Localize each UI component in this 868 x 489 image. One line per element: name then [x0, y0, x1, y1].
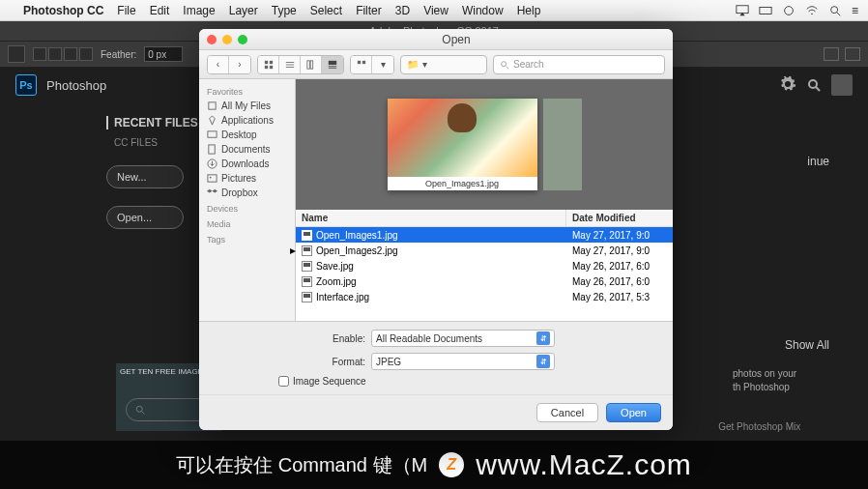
- menu-select[interactable]: Select: [310, 4, 342, 17]
- column-view-icon[interactable]: [301, 56, 322, 73]
- file-row[interactable]: Save.jpgMay 26, 2017, 6:0: [296, 258, 673, 273]
- airplay-icon[interactable]: [736, 4, 749, 17]
- search-placeholder: Search: [513, 59, 544, 70]
- tab-cc-files[interactable]: CC FILES: [106, 137, 198, 148]
- svg-line-6: [816, 87, 820, 91]
- preview-filename: Open_Images1.jpg: [423, 177, 501, 190]
- format-select[interactable]: JPEG ⇵: [371, 353, 555, 370]
- chevron-down-icon[interactable]: ▾: [372, 56, 393, 73]
- continue-label: inue: [807, 155, 829, 168]
- sidebar-header-devices: Devices: [199, 200, 295, 216]
- show-all-link[interactable]: Show All: [785, 338, 829, 352]
- sidebar-desktop[interactable]: Desktop: [199, 128, 295, 142]
- cancel-button[interactable]: Cancel: [536, 403, 598, 422]
- sidebar-downloads[interactable]: Downloads: [199, 157, 295, 171]
- svg-rect-22: [362, 60, 364, 63]
- image-sequence-label: Image Sequence: [293, 376, 366, 387]
- file-row[interactable]: Open_Images2.jpgMay 27, 2017, 9:0: [296, 243, 673, 258]
- search-icon[interactable]: [828, 4, 842, 17]
- file-date: May 27, 2017, 9:0: [566, 230, 673, 241]
- file-name: Open_Images1.jpg: [316, 230, 398, 241]
- chevron-updown-icon: ⇵: [536, 331, 550, 345]
- app-menu[interactable]: Photoshop CC: [23, 4, 103, 17]
- welcome-tabs: RECENT FILES CC FILES New... Open...: [106, 116, 198, 229]
- enable-select[interactable]: All Readable Documents ⇵: [371, 330, 555, 347]
- list-view-icon[interactable]: [279, 56, 301, 73]
- menu-icon[interactable]: ≡: [852, 4, 858, 17]
- sidebar-header-favorites: Favorites: [199, 83, 295, 99]
- z-badge-icon: Z: [439, 452, 464, 477]
- file-row[interactable]: Zoom.jpgMay 26, 2017, 6:0: [296, 273, 673, 289]
- icon-view-icon[interactable]: [258, 56, 279, 73]
- svg-line-24: [506, 66, 509, 69]
- sidebar-documents[interactable]: Documents: [199, 142, 295, 157]
- search-icon: [500, 60, 509, 70]
- svg-rect-26: [208, 131, 217, 137]
- path-dropdown[interactable]: 📁 ▾: [400, 55, 487, 74]
- svg-point-30: [210, 177, 212, 179]
- open-button[interactable]: Open...: [106, 206, 184, 229]
- marquee-tool-icon[interactable]: [8, 45, 25, 63]
- gear-icon[interactable]: [779, 75, 796, 96]
- svg-rect-0: [737, 5, 748, 13]
- tab-recent-files[interactable]: RECENT FILES: [106, 116, 198, 129]
- arrange-segment[interactable]: ▾: [350, 55, 394, 74]
- sync-icon[interactable]: [782, 4, 796, 17]
- menu-type[interactable]: Type: [272, 4, 297, 17]
- format-label: Format:: [317, 357, 365, 367]
- image-sequence-checkbox[interactable]: [278, 376, 289, 387]
- back-icon[interactable]: ‹: [208, 56, 229, 73]
- keyboard-icon[interactable]: [759, 4, 772, 17]
- open-confirm-button[interactable]: Open: [606, 403, 661, 422]
- documents-icon: [207, 144, 217, 155]
- close-icon[interactable]: [207, 35, 217, 44]
- sidebar-applications[interactable]: Applications: [199, 113, 295, 128]
- search-header-icon[interactable]: [806, 77, 822, 93]
- sel-sub-icon[interactable]: [64, 47, 77, 61]
- sidebar-pictures[interactable]: Pictures: [199, 171, 295, 186]
- sel-new-icon[interactable]: [33, 47, 46, 61]
- menu-view[interactable]: View: [423, 4, 448, 17]
- arrange-icon[interactable]: [351, 56, 372, 73]
- file-row[interactable]: Open_Images1.jpgMay 27, 2017, 9:0: [296, 227, 673, 243]
- caption-text: 可以在按住 Command 键（M: [176, 452, 427, 478]
- menu-help[interactable]: Help: [517, 4, 541, 17]
- new-button[interactable]: New...: [106, 165, 184, 188]
- menu-layer[interactable]: Layer: [229, 4, 258, 17]
- minimize-icon[interactable]: [222, 35, 232, 44]
- screenmode-icon[interactable]: [845, 47, 860, 61]
- status-icons: ≡: [736, 4, 858, 17]
- file-icon: [302, 261, 312, 272]
- wifi-icon[interactable]: [805, 4, 819, 17]
- svg-rect-10: [269, 60, 272, 63]
- column-name[interactable]: Name: [296, 210, 566, 226]
- file-row[interactable]: Interface.jpgMay 26, 2017, 5:3: [296, 289, 673, 304]
- dialog-search-input[interactable]: Search: [493, 55, 665, 74]
- menu-file[interactable]: File: [117, 4, 135, 17]
- view-mode-segment[interactable]: [257, 55, 344, 74]
- sidebar-all-my-files[interactable]: All My Files: [199, 99, 295, 113]
- meta-mix[interactable]: Get Photoshop Mix: [651, 421, 869, 439]
- menu-edit[interactable]: Edit: [150, 4, 170, 17]
- coverflow-view-icon[interactable]: [322, 56, 343, 73]
- pictures-icon: [207, 173, 217, 184]
- workspace-icon[interactable]: [824, 47, 839, 61]
- forward-icon[interactable]: ›: [229, 56, 250, 73]
- user-avatar[interactable]: [831, 74, 853, 96]
- sidebar-dropbox[interactable]: Dropbox: [199, 186, 295, 200]
- zoom-icon[interactable]: [238, 35, 247, 44]
- menu-filter[interactable]: Filter: [356, 4, 382, 17]
- feather-input[interactable]: [144, 46, 183, 62]
- menu-image[interactable]: Image: [183, 4, 215, 17]
- menu-3d[interactable]: 3D: [395, 4, 410, 17]
- menu-window[interactable]: Window: [462, 4, 504, 17]
- column-date[interactable]: Date Modified: [566, 210, 673, 226]
- chevron-updown-icon: ⇵: [536, 355, 550, 368]
- selection-mode-icons[interactable]: [33, 47, 93, 61]
- preview-adjacent[interactable]: [543, 99, 582, 190]
- video-caption-strip: 可以在按住 Command 键（M Z www.MacZ.com: [0, 441, 868, 489]
- preview-card[interactable]: Open_Images1.jpg: [388, 99, 537, 190]
- sel-add-icon[interactable]: [48, 47, 62, 61]
- sel-int-icon[interactable]: [79, 47, 93, 61]
- nav-arrows[interactable]: ‹ ›: [207, 55, 251, 74]
